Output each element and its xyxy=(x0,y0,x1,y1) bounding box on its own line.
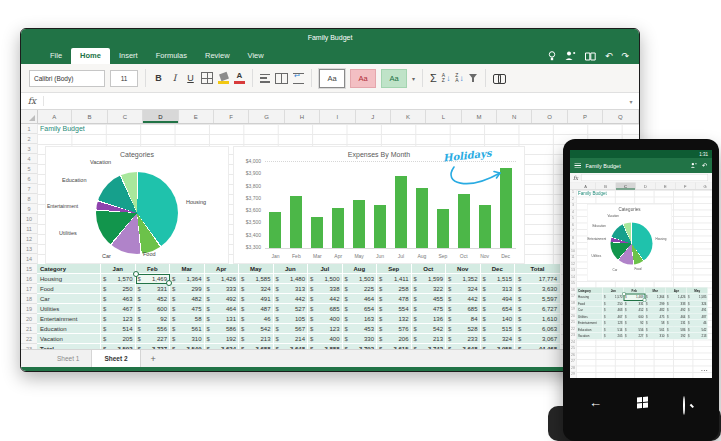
phone-column-header-g[interactable]: G xyxy=(695,183,712,190)
cell-entertainment-name[interactable]: Entertainment xyxy=(37,314,101,324)
cell-vacation-feb[interactable]: $227 xyxy=(136,334,171,344)
tab-formulas[interactable]: Formulas xyxy=(147,48,196,64)
cell-housing-sep[interactable]: $1,411 xyxy=(377,274,412,284)
row-header-23[interactable]: 23 xyxy=(21,344,37,349)
phone-cell-vacation-apr[interactable]: $192 xyxy=(666,333,687,340)
cell-food-jan[interactable]: $250 xyxy=(101,284,136,294)
cell-food-dec[interactable]: $313 xyxy=(481,284,516,294)
cell-education-oct[interactable]: $542 xyxy=(412,324,447,334)
cell-education-jul[interactable]: $123 xyxy=(308,324,343,334)
cell-utilities-total[interactable]: $6,727 xyxy=(515,304,561,314)
cell-entertainment-nov[interactable]: $84 xyxy=(446,314,481,324)
select-all-corner[interactable] xyxy=(21,110,38,123)
phone-share-contact-icon[interactable] xyxy=(691,163,698,169)
cell-housing-aug[interactable]: $1,503 xyxy=(343,274,378,284)
cell-total-apr[interactable]: $3,624 xyxy=(205,344,240,349)
cell-education-total[interactable]: $6,063 xyxy=(515,324,561,334)
undo-icon[interactable]: ↶ xyxy=(605,52,613,61)
column-header-e[interactable]: E xyxy=(179,110,214,123)
cell-vacation-name[interactable]: Vacation xyxy=(37,334,101,344)
phone-column-header-b[interactable]: B xyxy=(596,183,616,190)
phone-search-icon[interactable] xyxy=(683,397,693,407)
cell-vacation-aug[interactable]: $330 xyxy=(343,334,378,344)
phone-cell-vacation-jan[interactable]: $205 xyxy=(603,333,624,340)
selection-handle-top-left[interactable] xyxy=(133,271,139,277)
column-header-g[interactable]: G xyxy=(249,110,284,123)
column-header-q[interactable]: Q xyxy=(603,110,638,123)
sort-descending-icon[interactable]: ZA↓ xyxy=(455,73,463,83)
row-header-16[interactable]: 16 xyxy=(21,274,37,284)
row-header-4[interactable]: 4 xyxy=(21,154,37,164)
cell-total-mar[interactable]: $3,549 xyxy=(170,344,205,349)
row-header-10[interactable]: 10 xyxy=(21,214,37,224)
column-header-p[interactable]: P xyxy=(568,110,603,123)
find-binoculars-icon[interactable] xyxy=(493,74,506,83)
cell-style-good[interactable]: Aa xyxy=(381,69,407,88)
phone-selection-handle-bottom-right[interactable] xyxy=(643,298,647,302)
cell-food-mar[interactable]: $299 xyxy=(170,284,205,294)
cell-housing-feb[interactable]: $1,469 xyxy=(136,274,171,284)
cell-food-may[interactable]: $324 xyxy=(239,284,274,294)
share-contact-icon[interactable] xyxy=(565,51,576,61)
phone-sheet[interactable]: 1234567891011121314151617181920212223242… xyxy=(570,190,712,378)
underline-button[interactable]: U xyxy=(185,73,196,83)
cell-vacation-sep[interactable]: $206 xyxy=(377,334,412,344)
cell-housing-total[interactable]: $17,774 xyxy=(515,274,561,284)
phone-formula-input[interactable] xyxy=(581,174,708,181)
cell-housing-may[interactable]: $1,585 xyxy=(239,274,274,284)
cell-a1-title[interactable]: Family Budget xyxy=(40,125,85,132)
sheet-tab-sheet-2[interactable]: Sheet 2 xyxy=(91,350,140,367)
cell-entertainment-aug[interactable]: $163 xyxy=(343,314,378,324)
cell-entertainment-may[interactable]: $46 xyxy=(239,314,274,324)
cell-car-total[interactable]: $5,597 xyxy=(515,294,561,304)
row-header-14[interactable]: 14 xyxy=(21,254,37,264)
cell-utilities-jan[interactable]: $467 xyxy=(101,304,136,314)
cell-education-name[interactable]: Education xyxy=(37,324,101,334)
cell-housing-jun[interactable]: $1,480 xyxy=(274,274,309,284)
cell-utilities-feb[interactable]: $600 xyxy=(136,304,171,314)
header-jan[interactable]: Jan xyxy=(101,264,136,274)
row-header-2[interactable]: 2 xyxy=(21,134,37,144)
cell-food-total[interactable]: $3,630 xyxy=(515,284,561,294)
font-size-box[interactable]: 11 xyxy=(110,70,138,87)
row-header-22[interactable]: 22 xyxy=(21,334,37,344)
row-header-6[interactable]: 6 xyxy=(21,174,37,184)
cell-car-name[interactable]: Car xyxy=(37,294,101,304)
hamburger-menu-icon[interactable] xyxy=(575,163,582,168)
cell-food-sep[interactable]: $258 xyxy=(377,284,412,294)
cell-total-nov[interactable]: $3,648 xyxy=(446,344,481,349)
phone-selection-handle-top-left[interactable] xyxy=(622,292,626,296)
cell-entertainment-mar[interactable]: $58 xyxy=(170,314,205,324)
cell-entertainment-jan[interactable]: $123 xyxy=(101,314,136,324)
cell-entertainment-jul[interactable]: $400 xyxy=(308,314,343,324)
cell-car-feb[interactable]: $452 xyxy=(136,294,171,304)
tab-home[interactable]: Home xyxy=(71,48,110,64)
cell-vacation-jul[interactable]: $400 xyxy=(308,334,343,344)
cell-education-jan[interactable]: $514 xyxy=(101,324,136,334)
cell-car-aug[interactable]: $464 xyxy=(343,294,378,304)
cell-utilities-name[interactable]: Utilities xyxy=(37,304,101,314)
cell-utilities-jun[interactable]: $527 xyxy=(274,304,309,314)
header-oct[interactable]: Oct xyxy=(412,264,447,274)
header-mar[interactable]: Mar xyxy=(170,264,205,274)
cell-car-jul[interactable]: $442 xyxy=(308,294,343,304)
cell-utilities-mar[interactable]: $475 xyxy=(170,304,205,314)
cell-vacation-jun[interactable]: $214 xyxy=(274,334,309,344)
cell-entertainment-feb[interactable]: $92 xyxy=(136,314,171,324)
cell-vacation-mar[interactable]: $310 xyxy=(170,334,205,344)
cell-food-oct[interactable]: $322 xyxy=(412,284,447,294)
cell-housing-apr[interactable]: $1,426 xyxy=(205,274,240,284)
row-header-18[interactable]: 18 xyxy=(21,294,37,304)
font-color-icon[interactable]: A xyxy=(234,72,245,84)
row-header-15[interactable]: 15 xyxy=(21,264,37,274)
redo-icon[interactable]: ↷ xyxy=(621,52,629,61)
phone-column-header-d[interactable]: D xyxy=(636,183,656,190)
column-header-i[interactable]: I xyxy=(320,110,355,123)
row-header-17[interactable]: 17 xyxy=(21,284,37,294)
cell-utilities-dec[interactable]: $654 xyxy=(481,304,516,314)
cell-education-mar[interactable]: $561 xyxy=(170,324,205,334)
cell-entertainment-jun[interactable]: $105 xyxy=(274,314,309,324)
column-header-b[interactable]: B xyxy=(72,110,107,123)
cell-car-jun[interactable]: $442 xyxy=(274,294,309,304)
cell-car-oct[interactable]: $455 xyxy=(412,294,447,304)
